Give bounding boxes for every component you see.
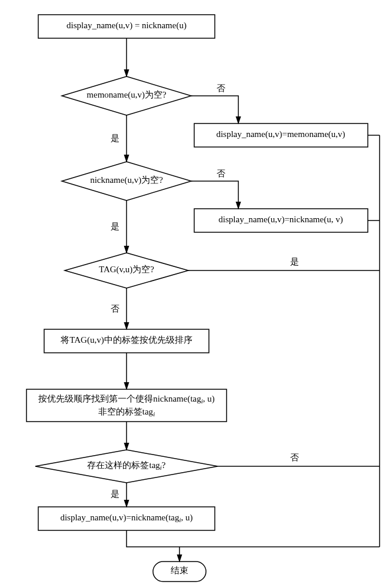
node-start-text: display_name(u,v) = nickname(u) [67, 21, 187, 31]
node-end-text: 结束 [171, 566, 188, 575]
label-d2-no: 否 [217, 169, 225, 178]
node-p2-text: display_name(u,v)=nickname(u, v) [218, 215, 343, 225]
node-d3-text: TAG(v,u)为空? [99, 265, 154, 275]
node-p4-text: 按优先级顺序找到第一个使得nickname(tagi, u) [38, 394, 215, 404]
label-d1-no: 否 [217, 83, 225, 93]
node-d2-text: nickname(u,v)为空? [90, 175, 163, 185]
edge-d2-no [191, 181, 238, 209]
label-d1-yes: 是 [111, 133, 119, 143]
node-d4-text: 存在这样的标签tagi? [87, 460, 165, 470]
label-d4-yes: 是 [111, 489, 119, 499]
node-d1-text: memoname(u,v)为空? [87, 90, 167, 100]
node-p3-text: 将TAG(u,v)中的标签按优先级排序 [60, 335, 192, 345]
label-d4-no: 否 [290, 453, 299, 462]
label-d3-yes: 是 [290, 257, 299, 266]
node-p4-text2: 非空的标签tagi [98, 407, 155, 417]
label-d2-yes: 是 [111, 222, 119, 231]
edge-p5-join [127, 530, 380, 547]
label-d3-no: 否 [111, 304, 119, 313]
node-p5-text: display_name(u,v)=nickname(tagi, u) [60, 513, 192, 523]
edge-d1-no [191, 96, 238, 123]
node-p1-text: display_name(u,v)=memoname(u,v) [216, 129, 345, 139]
